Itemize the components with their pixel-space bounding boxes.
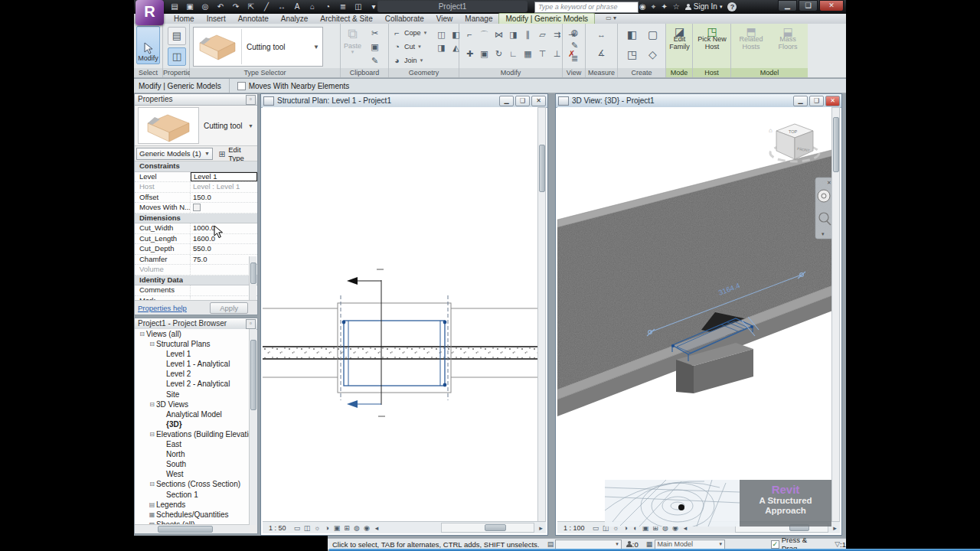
property-row[interactable]: Level Level 1 xyxy=(135,172,257,183)
cut-geometry-button[interactable]: ◔ Cut ▼ xyxy=(392,41,427,53)
sync-icon[interactable]: ◎ xyxy=(200,2,211,12)
search-icon[interactable]: ◉ xyxy=(639,2,646,11)
tree-item[interactable]: ⊟ Structural Plans xyxy=(135,339,250,349)
scroll-right-icon[interactable]: ▸ xyxy=(536,524,546,532)
redo-icon[interactable]: ↷ xyxy=(230,2,241,12)
tree-item[interactable]: Level 2 - Analytical xyxy=(135,379,250,389)
property-row[interactable]: Offset 150.0 xyxy=(135,193,257,204)
tree-item[interactable]: ⊟ 3D Views xyxy=(135,399,250,409)
selection-filter[interactable]: ▽ :1 xyxy=(835,540,846,549)
3d-canvas[interactable]: 3164.4 TOP FRONT ⌂ ✕ xyxy=(557,107,833,522)
property-row[interactable]: Chamfer 75.0 xyxy=(135,255,257,266)
property-value[interactable]: 1600.0 xyxy=(191,234,257,244)
tree-expander-icon[interactable]: ▤ xyxy=(148,500,156,510)
design-option-selector[interactable]: Main Model ▾ xyxy=(655,540,725,549)
property-value[interactable]: 550.0 xyxy=(191,244,257,254)
join-geometry-button[interactable]: ◕ Join ▼ xyxy=(392,54,427,67)
minimize-button[interactable]: ▁ xyxy=(499,96,514,106)
create-assembly-icon[interactable]: ◳ xyxy=(626,48,639,60)
temporary-hide-isolate-icon[interactable]: ◍ xyxy=(352,524,362,532)
collapse-chevron-icon[interactable] xyxy=(248,161,257,171)
thin-lines-icon[interactable]: ≣ xyxy=(568,52,581,64)
property-row[interactable]: Comments xyxy=(135,285,257,296)
tree-item[interactable]: North xyxy=(135,449,250,459)
minimize-button[interactable]: ▁ xyxy=(793,96,808,106)
array-icon[interactable]: ▦ xyxy=(521,47,534,60)
type-preview[interactable]: Cutting tool ▼ xyxy=(135,106,257,146)
tree-expander-icon[interactable]: ⊟ xyxy=(138,329,146,339)
tree-expander-icon[interactable]: ⊟ xyxy=(148,339,156,349)
ribbon-tab[interactable]: Home xyxy=(168,14,201,24)
close-icon[interactable]: ▫ xyxy=(246,95,256,105)
property-row[interactable]: Cut_Width 1000.0 xyxy=(135,223,257,234)
property-value[interactable] xyxy=(191,265,257,275)
crop-view-icon[interactable]: ▣ xyxy=(332,524,342,532)
tree-expander-icon[interactable]: ⊟ xyxy=(148,429,156,439)
close-icon[interactable]: ▫ xyxy=(246,319,256,329)
plan-canvas[interactable] xyxy=(263,107,539,522)
create-similar-icon[interactable]: ▢ xyxy=(646,28,659,41)
sign-in-button[interactable]: Sign In ▾ xyxy=(685,2,723,11)
tree-expander-icon[interactable]: ▦ xyxy=(148,510,156,520)
ribbon-tab[interactable]: Analyze xyxy=(275,14,315,24)
tree-item[interactable]: ⊟ Sections (Cross Section) xyxy=(135,479,250,489)
press-drag-checkbox[interactable]: ✓ xyxy=(771,540,779,549)
help-button[interactable]: ? xyxy=(727,2,737,11)
mass-floors-button[interactable]: ⬓ Mass Floors xyxy=(771,28,805,51)
collapse-icon[interactable]: ◂ xyxy=(372,524,382,532)
worksets-icon[interactable]: ▤ xyxy=(546,540,556,548)
crop-region-visibility-icon[interactable]: ⊞ xyxy=(342,524,352,532)
3d-vscrollbar[interactable] xyxy=(831,107,840,522)
property-row[interactable]: Host Level : Level 1 xyxy=(135,182,257,193)
minimize-button[interactable]: ▁ xyxy=(778,0,797,11)
ribbon-tab[interactable]: Manage xyxy=(459,14,498,24)
property-value[interactable]: Level 1 xyxy=(191,172,257,182)
modify-icon[interactable]: ⇱ xyxy=(246,2,256,12)
apply-button[interactable]: Apply xyxy=(210,302,248,314)
undo-icon[interactable]: ↶ xyxy=(215,2,226,12)
cope-button[interactable]: ⌐ Cope ▼ xyxy=(392,27,427,39)
rotate-icon[interactable]: ↻ xyxy=(492,47,505,60)
communication-center-icon[interactable]: ✦ xyxy=(661,2,667,11)
category-selector[interactable]: Generic Models (1) ▼ xyxy=(136,148,213,160)
ribbon-tab[interactable]: View xyxy=(430,14,459,24)
sign-in-dropdown-icon[interactable]: ▾ xyxy=(720,4,723,10)
related-hosts-button[interactable]: ⬒ Related Hosts xyxy=(734,28,768,51)
properties-palette-icon[interactable]: ▤ xyxy=(168,27,186,45)
wall-joins-icon[interactable]: ◫ xyxy=(435,28,448,41)
property-row[interactable]: Identity Data xyxy=(135,276,257,286)
align-icon[interactable]: ⌐ xyxy=(463,28,476,41)
property-value[interactable] xyxy=(191,285,257,295)
ribbon-tab[interactable]: Modify | Generic Models xyxy=(498,13,595,24)
property-row[interactable]: Cut_Length 1600.0 xyxy=(135,234,257,245)
tree-item[interactable]: West xyxy=(135,469,250,479)
search-input[interactable]: Type a keyword or phrase xyxy=(534,2,639,13)
property-row[interactable]: Cut_Depth 550.0 xyxy=(135,244,257,255)
property-row[interactable]: Moves With N... xyxy=(135,203,257,214)
match-type-icon[interactable]: ✎ xyxy=(368,54,381,67)
visibility-icon[interactable]: ◍ xyxy=(568,26,581,38)
measure-icon[interactable]: ╱ xyxy=(261,2,272,12)
tree-item[interactable]: {3D} xyxy=(135,419,250,429)
unpin-icon[interactable]: ⊥ xyxy=(550,47,564,60)
pin-icon[interactable]: ⊤ xyxy=(536,47,549,60)
offset-icon[interactable]: ⌒ xyxy=(478,28,491,41)
copy-icon[interactable]: ▣ xyxy=(478,47,491,60)
modify-button[interactable]: Modify xyxy=(136,26,160,64)
design-options-icon[interactable]: ▦ xyxy=(645,540,655,548)
property-value[interactable] xyxy=(181,214,248,223)
application-menu-button[interactable]: R xyxy=(136,0,164,25)
edit-family-button[interactable]: ◪ Edit Family xyxy=(667,28,692,51)
property-row[interactable]: Volume xyxy=(135,265,257,276)
ribbon-tab[interactable]: Architect & Site xyxy=(314,14,378,24)
ribbon-tab[interactable]: Insert xyxy=(201,14,232,24)
tree-expander-icon[interactable]: ⊟ xyxy=(148,479,156,489)
move-icon[interactable]: ✚ xyxy=(463,47,476,60)
mirror-draw-axis-icon[interactable]: ◨ xyxy=(507,28,520,41)
property-value[interactable]: 1000.0 xyxy=(191,223,257,233)
properties-palette-header[interactable]: Properties ▫ xyxy=(135,94,257,106)
scale-icon[interactable]: ▱ xyxy=(536,28,549,41)
text-icon[interactable]: A xyxy=(292,2,302,12)
graphics-override-icon[interactable]: ✎ xyxy=(568,39,581,51)
restore-button[interactable]: ❑ xyxy=(515,96,530,106)
